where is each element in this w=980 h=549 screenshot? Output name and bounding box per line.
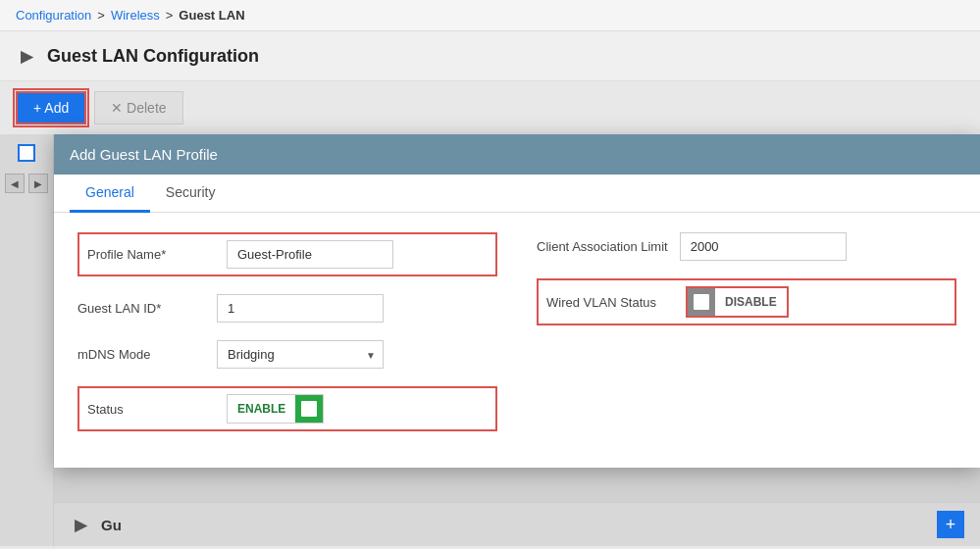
breadcrumb-sep2: > bbox=[166, 8, 174, 23]
wired-vlan-toggle-switch[interactable] bbox=[688, 288, 715, 316]
mdns-mode-select-wrapper: Bridging Forwarding Disabled ▼ bbox=[217, 340, 384, 369]
sidebar: ◀ ▶ bbox=[0, 134, 54, 546]
guest-lan-id-input[interactable] bbox=[217, 294, 384, 323]
dialog-title: Add Guest LAN Profile bbox=[70, 146, 218, 163]
breadcrumb-wireless[interactable]: Wireless bbox=[111, 8, 160, 23]
profile-name-input[interactable] bbox=[227, 240, 393, 269]
dialog-tabs: General Security bbox=[54, 175, 980, 213]
wired-vlan-row: Wired VLAN Status DISABLE bbox=[537, 278, 956, 325]
left-column: Profile Name* Guest LAN ID* mDNS Mode bbox=[77, 232, 497, 431]
add-guest-lan-dialog: Add Guest LAN Profile General Security P… bbox=[54, 134, 980, 468]
profile-name-row: Profile Name* bbox=[77, 232, 497, 276]
page-title-bar: ▶ Guest LAN Configuration bbox=[0, 31, 980, 81]
right-column: Client Association Limit Wired VLAN Stat… bbox=[537, 232, 956, 431]
dialog-body: Profile Name* Guest LAN ID* mDNS Mode bbox=[54, 213, 980, 451]
status-toggle-text: ENABLE bbox=[228, 397, 295, 421]
add-button[interactable]: + Add bbox=[16, 91, 86, 125]
expand-arrow-icon[interactable]: ▶ bbox=[16, 45, 37, 67]
prev-button[interactable]: ◀ bbox=[5, 174, 25, 193]
mdns-mode-select[interactable]: Bridging Forwarding Disabled bbox=[217, 340, 384, 369]
breadcrumb-current: Guest LAN bbox=[179, 8, 244, 23]
status-label: Status bbox=[87, 402, 215, 417]
client-assoc-row: Client Association Limit bbox=[537, 232, 956, 261]
status-toggle-switch[interactable] bbox=[295, 395, 323, 423]
tab-security[interactable]: Security bbox=[150, 175, 232, 213]
bottom-expand-icon[interactable]: ▶ bbox=[70, 514, 91, 535]
page-title: Guest LAN Configuration bbox=[47, 46, 259, 67]
select-checkbox[interactable] bbox=[18, 144, 35, 162]
toggle-inner bbox=[301, 401, 317, 417]
sidebar-nav: ◀ ▶ bbox=[5, 174, 48, 193]
dialog-header: Add Guest LAN Profile bbox=[54, 134, 980, 175]
breadcrumb: Configuration > Wireless > Guest LAN bbox=[0, 0, 980, 31]
mdns-mode-row: mDNS Mode Bridging Forwarding Disabled ▼ bbox=[77, 340, 497, 369]
bottom-section-label: Gu bbox=[101, 517, 122, 533]
next-button[interactable]: ▶ bbox=[28, 174, 48, 193]
client-assoc-label: Client Association Limit bbox=[537, 239, 668, 254]
delete-button[interactable]: ✕ Delete bbox=[94, 91, 182, 125]
status-row: Status ENABLE bbox=[77, 386, 497, 431]
bottom-section: ▶ Gu + bbox=[54, 502, 980, 546]
wired-vlan-toggle[interactable]: DISABLE bbox=[686, 286, 789, 318]
tab-general[interactable]: General bbox=[70, 175, 150, 213]
toolbar: + Add ✕ Delete bbox=[0, 81, 980, 134]
guest-lan-id-row: Guest LAN ID* bbox=[77, 294, 497, 323]
guest-lan-id-label: Guest LAN ID* bbox=[77, 301, 205, 316]
client-assoc-input[interactable] bbox=[680, 232, 847, 261]
mdns-mode-label: mDNS Mode bbox=[77, 347, 205, 362]
breadcrumb-configuration[interactable]: Configuration bbox=[16, 8, 91, 23]
dialog-area: Add Guest LAN Profile General Security P… bbox=[54, 134, 980, 546]
bottom-add-button[interactable]: + bbox=[937, 511, 964, 538]
status-toggle[interactable]: ENABLE bbox=[227, 394, 324, 424]
wired-vlan-toggle-inner bbox=[694, 294, 709, 310]
breadcrumb-sep1: > bbox=[97, 8, 105, 23]
wired-vlan-toggle-text: DISABLE bbox=[715, 290, 787, 314]
main-content: ◀ ▶ Add Guest LAN Profile General Securi… bbox=[0, 134, 980, 546]
profile-name-label: Profile Name* bbox=[87, 247, 215, 262]
wired-vlan-label: Wired VLAN Status bbox=[546, 295, 674, 310]
